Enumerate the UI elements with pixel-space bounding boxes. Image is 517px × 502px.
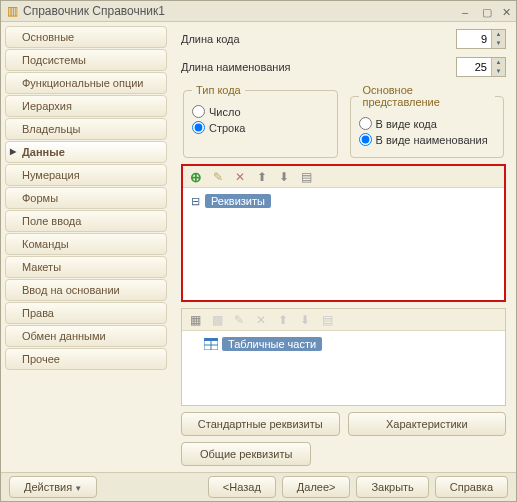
sidebar-item-data[interactable]: Данные: [5, 141, 167, 163]
sidebar-item-owners[interactable]: Владельцы: [5, 118, 167, 140]
name-length-spinner[interactable]: ▲▼: [491, 58, 505, 76]
window-title: Справочник Справочник1: [23, 4, 452, 18]
attributes-root[interactable]: Реквизиты: [205, 194, 271, 208]
attributes-panel: ⊕ ✎ ✕ ⬆ ⬇ ▤ ⊟ Реквизиты: [181, 164, 506, 302]
sidebar-item-subsystems[interactable]: Подсистемы: [5, 49, 167, 71]
tables-delete-icon[interactable]: ✕: [252, 311, 270, 329]
table-icon: [204, 338, 218, 350]
tables-panel: ▦ ▩ ✎ ✕ ⬆ ⬇ ▤ Табличные части: [181, 308, 506, 406]
code-type-string-label: Строка: [209, 122, 245, 134]
sidebar-item-functional-options[interactable]: Функциональные опции: [5, 72, 167, 94]
back-button[interactable]: <Назад: [208, 476, 276, 498]
tables-edit-icon[interactable]: ✎: [230, 311, 248, 329]
characteristics-button[interactable]: Характеристики: [348, 412, 507, 436]
sidebar-item-templates[interactable]: Макеты: [5, 256, 167, 278]
properties-icon[interactable]: ▤: [297, 168, 315, 186]
edit-icon[interactable]: ✎: [209, 168, 227, 186]
minimize-button[interactable]: –: [456, 4, 472, 18]
sidebar-item-main[interactable]: Основные: [5, 26, 167, 48]
tables-move-up-icon[interactable]: ⬆: [274, 311, 292, 329]
main-panel: Длина кода ▲▼ Длина наименования ▲▼ Тип …: [171, 22, 516, 472]
main-rep-as-code-radio[interactable]: [359, 117, 372, 130]
main-rep-as-code-label: В виде кода: [376, 118, 437, 130]
tables-add-table-icon[interactable]: ▦: [186, 311, 204, 329]
code-length-label: Длина кода: [181, 33, 456, 45]
tables-move-down-icon[interactable]: ⬇: [296, 311, 314, 329]
sidebar-item-numbering[interactable]: Нумерация: [5, 164, 167, 186]
sidebar-item-rights[interactable]: Права: [5, 302, 167, 324]
delete-icon[interactable]: ✕: [231, 168, 249, 186]
code-type-number-label: Число: [209, 106, 241, 118]
close-button[interactable]: ✕: [496, 4, 512, 18]
next-button[interactable]: Далее>: [282, 476, 351, 498]
help-button[interactable]: Справка: [435, 476, 508, 498]
attributes-toolbar: ⊕ ✎ ✕ ⬆ ⬇ ▤: [183, 166, 504, 188]
chevron-down-icon: ▼: [74, 484, 82, 493]
tables-toolbar: ▦ ▩ ✎ ✕ ⬆ ⬇ ▤: [182, 309, 505, 331]
move-up-icon[interactable]: ⬆: [253, 168, 271, 186]
add-icon[interactable]: ⊕: [187, 168, 205, 186]
sidebar-item-input-on-basis[interactable]: Ввод на основании: [5, 279, 167, 301]
common-attributes-button[interactable]: Общие реквизиты: [181, 442, 311, 466]
code-type-string-radio[interactable]: [192, 121, 205, 134]
titlebar-icon: ▥: [5, 4, 19, 18]
sidebar-item-forms[interactable]: Формы: [5, 187, 167, 209]
main-representation-fieldset: Основное представление В виде кода В вид…: [350, 84, 505, 158]
tree-collapse-icon[interactable]: ⊟: [189, 195, 201, 208]
main-rep-legend: Основное представление: [359, 84, 496, 108]
sidebar-item-other[interactable]: Прочее: [5, 348, 167, 370]
code-type-number-radio[interactable]: [192, 105, 205, 118]
window: ▥ Справочник Справочник1 – ▢ ✕ Основные …: [0, 0, 517, 502]
sidebar-item-hierarchy[interactable]: Иерархия: [5, 95, 167, 117]
sidebar-item-commands[interactable]: Команды: [5, 233, 167, 255]
move-down-icon[interactable]: ⬇: [275, 168, 293, 186]
code-type-fieldset: Тип кода Число Строка: [183, 84, 338, 158]
sidebar-item-input-field[interactable]: Поле ввода: [5, 210, 167, 232]
tables-add-col-icon[interactable]: ▩: [208, 311, 226, 329]
actions-button[interactable]: Действия▼: [9, 476, 97, 498]
tables-root[interactable]: Табличные части: [222, 337, 322, 351]
code-length-spinner[interactable]: ▲▼: [491, 30, 505, 48]
tables-properties-icon[interactable]: ▤: [318, 311, 336, 329]
bottom-bar: Действия▼ <Назад Далее> Закрыть Справка: [1, 472, 516, 501]
code-type-legend: Тип кода: [192, 84, 245, 96]
tables-tree[interactable]: Табличные части: [182, 331, 505, 405]
attributes-tree[interactable]: ⊟ Реквизиты: [183, 188, 504, 300]
sidebar-item-data-exchange[interactable]: Обмен данными: [5, 325, 167, 347]
close-window-button[interactable]: Закрыть: [356, 476, 428, 498]
name-length-label: Длина наименования: [181, 61, 456, 73]
sidebar: Основные Подсистемы Функциональные опции…: [1, 22, 171, 472]
content: Основные Подсистемы Функциональные опции…: [1, 22, 516, 472]
maximize-button[interactable]: ▢: [476, 4, 492, 18]
main-rep-as-name-label: В виде наименования: [376, 134, 488, 146]
standard-attributes-button[interactable]: Стандартные реквизиты: [181, 412, 340, 436]
titlebar: ▥ Справочник Справочник1 – ▢ ✕: [1, 1, 516, 22]
main-rep-as-name-radio[interactable]: [359, 133, 372, 146]
